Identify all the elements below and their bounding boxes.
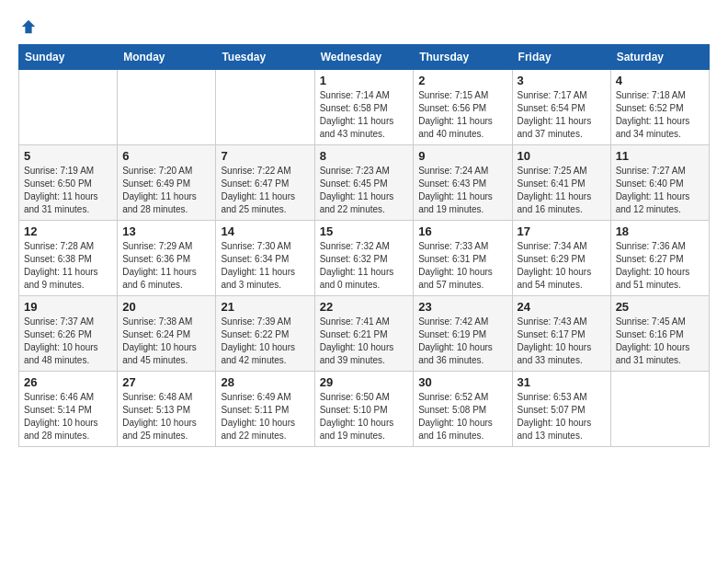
calendar-day-cell <box>610 372 709 447</box>
day-number: 9 <box>418 149 506 163</box>
day-info: Sunrise: 7:38 AM Sunset: 6:24 PM Dayligh… <box>122 316 210 367</box>
calendar-day-cell: 31Sunrise: 6:53 AM Sunset: 5:07 PM Dayli… <box>512 372 610 447</box>
day-number: 25 <box>616 300 704 314</box>
day-number: 14 <box>221 224 309 238</box>
day-info: Sunrise: 7:25 AM Sunset: 6:41 PM Dayligh… <box>518 165 606 216</box>
calendar-week-row: 1Sunrise: 7:14 AM Sunset: 6:58 PM Daylig… <box>19 70 710 145</box>
day-info: Sunrise: 6:50 AM Sunset: 5:10 PM Dayligh… <box>320 391 409 442</box>
calendar-day-cell: 18Sunrise: 7:36 AM Sunset: 6:27 PM Dayli… <box>610 221 709 296</box>
day-number: 24 <box>518 300 606 314</box>
day-info: Sunrise: 7:39 AM Sunset: 6:22 PM Dayligh… <box>221 316 309 367</box>
day-number: 11 <box>616 149 704 163</box>
day-of-week-header: Thursday <box>414 45 512 70</box>
day-number: 29 <box>320 375 409 389</box>
header <box>18 18 710 35</box>
day-number: 31 <box>518 375 606 389</box>
logo <box>18 18 37 35</box>
day-info: Sunrise: 7:18 AM Sunset: 6:52 PM Dayligh… <box>616 89 704 141</box>
day-info: Sunrise: 7:20 AM Sunset: 6:49 PM Dayligh… <box>122 165 210 216</box>
day-info: Sunrise: 7:29 AM Sunset: 6:36 PM Dayligh… <box>122 240 210 292</box>
day-number: 10 <box>518 149 606 163</box>
calendar-day-cell: 24Sunrise: 7:43 AM Sunset: 6:17 PM Dayli… <box>512 296 610 372</box>
calendar-day-cell: 6Sunrise: 7:20 AM Sunset: 6:49 PM Daylig… <box>118 145 216 221</box>
calendar-day-cell: 30Sunrise: 6:52 AM Sunset: 5:08 PM Dayli… <box>414 372 512 447</box>
calendar-day-cell: 5Sunrise: 7:19 AM Sunset: 6:50 PM Daylig… <box>19 145 118 221</box>
calendar-day-cell <box>118 70 216 145</box>
calendar-week-row: 12Sunrise: 7:28 AM Sunset: 6:38 PM Dayli… <box>19 221 710 296</box>
day-of-week-header: Sunday <box>19 45 118 70</box>
day-info: Sunrise: 7:43 AM Sunset: 6:17 PM Dayligh… <box>518 316 606 367</box>
calendar-day-cell: 13Sunrise: 7:29 AM Sunset: 6:36 PM Dayli… <box>118 221 216 296</box>
day-number: 19 <box>24 300 112 314</box>
calendar-week-row: 5Sunrise: 7:19 AM Sunset: 6:50 PM Daylig… <box>19 145 710 221</box>
calendar-week-row: 19Sunrise: 7:37 AM Sunset: 6:26 PM Dayli… <box>19 296 710 372</box>
day-of-week-header: Saturday <box>610 45 709 70</box>
calendar-day-cell: 4Sunrise: 7:18 AM Sunset: 6:52 PM Daylig… <box>610 70 709 145</box>
day-info: Sunrise: 7:34 AM Sunset: 6:29 PM Dayligh… <box>518 240 606 292</box>
calendar-day-cell: 9Sunrise: 7:24 AM Sunset: 6:43 PM Daylig… <box>414 145 512 221</box>
day-number: 1 <box>320 74 409 87</box>
day-number: 20 <box>122 300 210 314</box>
day-number: 13 <box>122 224 210 238</box>
day-info: Sunrise: 7:36 AM Sunset: 6:27 PM Dayligh… <box>616 240 704 292</box>
calendar-day-cell: 16Sunrise: 7:33 AM Sunset: 6:31 PM Dayli… <box>414 221 512 296</box>
day-info: Sunrise: 7:45 AM Sunset: 6:16 PM Dayligh… <box>616 316 704 367</box>
day-number: 7 <box>221 149 309 163</box>
day-number: 2 <box>418 74 506 87</box>
calendar-day-cell: 25Sunrise: 7:45 AM Sunset: 6:16 PM Dayli… <box>610 296 709 372</box>
calendar-header-row: SundayMondayTuesdayWednesdayThursdayFrid… <box>19 45 710 70</box>
calendar-day-cell: 22Sunrise: 7:41 AM Sunset: 6:21 PM Dayli… <box>314 296 414 372</box>
day-number: 3 <box>518 74 606 87</box>
day-number: 28 <box>221 375 309 389</box>
day-info: Sunrise: 6:52 AM Sunset: 5:08 PM Dayligh… <box>418 391 506 442</box>
day-info: Sunrise: 7:24 AM Sunset: 6:43 PM Dayligh… <box>418 165 506 216</box>
day-number: 30 <box>418 375 506 389</box>
calendar-day-cell: 15Sunrise: 7:32 AM Sunset: 6:32 PM Dayli… <box>314 221 414 296</box>
day-number: 6 <box>122 149 210 163</box>
calendar-day-cell: 12Sunrise: 7:28 AM Sunset: 6:38 PM Dayli… <box>19 221 118 296</box>
day-number: 5 <box>24 149 112 163</box>
calendar-day-cell <box>216 70 314 145</box>
calendar-table: SundayMondayTuesdayWednesdayThursdayFrid… <box>18 44 710 447</box>
day-info: Sunrise: 7:17 AM Sunset: 6:54 PM Dayligh… <box>518 89 606 141</box>
day-number: 12 <box>24 224 112 238</box>
day-info: Sunrise: 7:41 AM Sunset: 6:21 PM Dayligh… <box>320 316 409 367</box>
day-info: Sunrise: 6:49 AM Sunset: 5:11 PM Dayligh… <box>221 391 309 442</box>
day-info: Sunrise: 7:32 AM Sunset: 6:32 PM Dayligh… <box>320 240 409 292</box>
day-info: Sunrise: 7:22 AM Sunset: 6:47 PM Dayligh… <box>221 165 309 216</box>
calendar-day-cell: 8Sunrise: 7:23 AM Sunset: 6:45 PM Daylig… <box>314 145 414 221</box>
day-info: Sunrise: 7:19 AM Sunset: 6:50 PM Dayligh… <box>24 165 112 216</box>
day-number: 18 <box>616 224 704 238</box>
day-of-week-header: Wednesday <box>314 45 414 70</box>
calendar-week-row: 26Sunrise: 6:46 AM Sunset: 5:14 PM Dayli… <box>19 372 710 447</box>
day-info: Sunrise: 7:28 AM Sunset: 6:38 PM Dayligh… <box>24 240 112 292</box>
calendar-day-cell: 14Sunrise: 7:30 AM Sunset: 6:34 PM Dayli… <box>216 221 314 296</box>
day-info: Sunrise: 7:23 AM Sunset: 6:45 PM Dayligh… <box>320 165 409 216</box>
calendar-day-cell: 2Sunrise: 7:15 AM Sunset: 6:56 PM Daylig… <box>414 70 512 145</box>
day-info: Sunrise: 7:27 AM Sunset: 6:40 PM Dayligh… <box>616 165 704 216</box>
calendar-day-cell: 21Sunrise: 7:39 AM Sunset: 6:22 PM Dayli… <box>216 296 314 372</box>
logo-icon <box>20 18 37 35</box>
calendar-day-cell: 28Sunrise: 6:49 AM Sunset: 5:11 PM Dayli… <box>216 372 314 447</box>
day-of-week-header: Tuesday <box>216 45 314 70</box>
calendar-day-cell: 3Sunrise: 7:17 AM Sunset: 6:54 PM Daylig… <box>512 70 610 145</box>
calendar-day-cell <box>19 70 118 145</box>
svg-marker-0 <box>22 20 35 33</box>
calendar-day-cell: 1Sunrise: 7:14 AM Sunset: 6:58 PM Daylig… <box>314 70 414 145</box>
day-number: 17 <box>518 224 606 238</box>
day-number: 16 <box>418 224 506 238</box>
calendar-day-cell: 11Sunrise: 7:27 AM Sunset: 6:40 PM Dayli… <box>610 145 709 221</box>
calendar-day-cell: 19Sunrise: 7:37 AM Sunset: 6:26 PM Dayli… <box>19 296 118 372</box>
day-info: Sunrise: 7:30 AM Sunset: 6:34 PM Dayligh… <box>221 240 309 292</box>
day-number: 22 <box>320 300 409 314</box>
day-info: Sunrise: 6:53 AM Sunset: 5:07 PM Dayligh… <box>518 391 606 442</box>
day-number: 8 <box>320 149 409 163</box>
day-info: Sunrise: 7:37 AM Sunset: 6:26 PM Dayligh… <box>24 316 112 367</box>
day-number: 27 <box>122 375 210 389</box>
calendar-body: 1Sunrise: 7:14 AM Sunset: 6:58 PM Daylig… <box>19 70 710 447</box>
day-info: Sunrise: 6:48 AM Sunset: 5:13 PM Dayligh… <box>122 391 210 442</box>
day-number: 4 <box>616 74 704 87</box>
day-info: Sunrise: 7:15 AM Sunset: 6:56 PM Dayligh… <box>418 89 506 141</box>
day-info: Sunrise: 7:42 AM Sunset: 6:19 PM Dayligh… <box>418 316 506 367</box>
day-number: 21 <box>221 300 309 314</box>
